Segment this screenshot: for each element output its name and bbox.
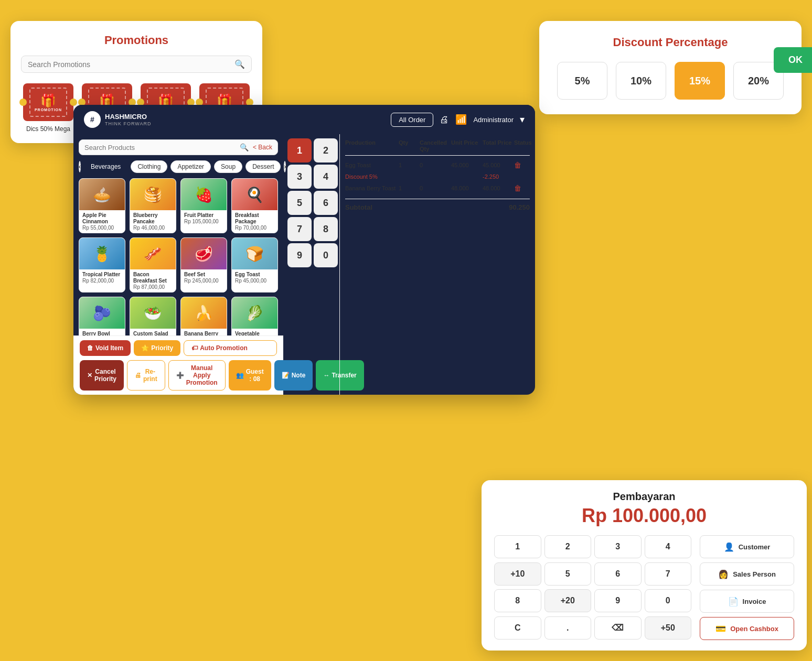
payment-action-sales-person[interactable]: 👩Sales Person bbox=[700, 562, 794, 586]
pos-header-right: All Order 🖨 📶 Administrator ▾ bbox=[391, 113, 525, 127]
payment-actions: 👤Customer👩Sales Person📄Invoice💳Open Cash… bbox=[700, 535, 794, 640]
promo-item[interactable]: 🎁 PROMOTION Dics 50% Mega bbox=[22, 83, 74, 133]
payment-key-0[interactable]: 0 bbox=[645, 589, 692, 612]
guest-button[interactable]: 👥 Guest : 08 bbox=[229, 360, 271, 391]
product-info: Blueberry Pancake Rp 46,000,00 bbox=[130, 210, 176, 233]
promotions-search-input[interactable] bbox=[28, 60, 234, 69]
product-item[interactable]: 🍌 Banana Berry Toast Rp 48,000,00 bbox=[180, 297, 227, 335]
payment-key-⌫[interactable]: ⌫ bbox=[594, 616, 642, 640]
all-order-button[interactable]: All Order bbox=[391, 113, 433, 127]
num-key-5[interactable]: 5 bbox=[287, 191, 312, 215]
payment-key-6[interactable]: 6 bbox=[594, 562, 642, 586]
product-item[interactable]: 🥓 Bacon Breakfast Set Rp 87,000,00 bbox=[130, 237, 176, 292]
product-search-input[interactable] bbox=[84, 144, 240, 151]
void-item-button[interactable]: 🗑 Void Item bbox=[80, 340, 131, 356]
wifi-icon: 📶 bbox=[455, 114, 467, 125]
product-name: Blueberry Pancake bbox=[133, 212, 173, 225]
product-item[interactable]: 🍞 Egg Toast Rp 45,000,00 bbox=[231, 237, 278, 292]
payment-action-open-cashbox[interactable]: 💳Open Cashbox bbox=[700, 617, 794, 640]
payment-key-9[interactable]: 9 bbox=[594, 589, 642, 612]
category-prev-arrow[interactable]: ‹ bbox=[79, 161, 81, 172]
num-key-9[interactable]: 9 bbox=[287, 243, 312, 267]
payment-key-3[interactable]: 3 bbox=[594, 535, 642, 558]
product-name: Berry Bowl bbox=[82, 331, 122, 335]
category-tab-dessert[interactable]: Dessert bbox=[245, 160, 281, 173]
back-link[interactable]: < Back bbox=[253, 144, 272, 151]
manual-apply-promotion-button[interactable]: ➕ Manual Apply Promotion bbox=[168, 360, 226, 391]
product-item[interactable]: 🍍 Tropical Platter Rp 82,000,00 bbox=[79, 237, 125, 292]
payment-numpad: 1234+105678+2090C.⌫+50 bbox=[494, 535, 691, 640]
payment-key-5[interactable]: 5 bbox=[544, 562, 592, 586]
num-key-3[interactable]: 3 bbox=[287, 165, 312, 189]
print-icon[interactable]: 🖨 bbox=[440, 114, 449, 125]
discount-option-15[interactable]: 15% bbox=[675, 62, 725, 100]
payment-key-8[interactable]: 8 bbox=[494, 589, 541, 612]
product-item[interactable]: 🍳 Breakfast Package Rp 70,000,00 bbox=[231, 178, 278, 233]
num-key-7[interactable]: 7 bbox=[287, 217, 312, 241]
category-tab-appetizer[interactable]: Appetizer bbox=[170, 160, 211, 173]
product-item[interactable]: 🥧 Apple Pie Cinnamon Rp 55,000,00 bbox=[79, 178, 125, 233]
product-info: Bacon Breakfast Set Rp 87,000,00 bbox=[130, 269, 176, 292]
payment-action-invoice[interactable]: 📄Invoice bbox=[700, 590, 794, 613]
num-key-4[interactable]: 4 bbox=[314, 165, 338, 189]
num-key-6[interactable]: 6 bbox=[314, 191, 338, 215]
product-image: 🍞 bbox=[232, 238, 277, 269]
delete-icon[interactable]: 🗑 bbox=[514, 161, 530, 169]
promotions-title: Promotions bbox=[21, 34, 252, 47]
category-tab-soup[interactable]: Soup bbox=[214, 160, 242, 173]
order-item-total: 48.000 bbox=[483, 185, 514, 191]
promotions-search-bar[interactable]: 🔍 bbox=[21, 56, 252, 73]
payment-key-dot[interactable]: . bbox=[544, 616, 592, 640]
product-item[interactable]: 🥗 Custom Salad Rp 57,000,00 bbox=[130, 297, 176, 335]
hashmicro-logo-icon: # bbox=[84, 111, 101, 128]
product-item[interactable]: 🥞 Blueberry Pancake Rp 46,000,00 bbox=[130, 178, 176, 233]
num-key-8[interactable]: 8 bbox=[314, 217, 338, 241]
payment-key-C[interactable]: C bbox=[494, 616, 541, 640]
product-info: Berry Bowl Rp 60,000,00 bbox=[79, 329, 125, 335]
priority-button[interactable]: ⭐ Priority bbox=[134, 340, 180, 356]
product-item[interactable]: 🥩 Beef Set Rp 245,000,00 bbox=[180, 237, 227, 292]
cancel-priority-button[interactable]: ✕ Cancel Priority bbox=[80, 360, 124, 391]
delete-icon[interactable]: 🗑 bbox=[514, 184, 530, 192]
order-row: Egg Toast 1 0 45.000 45.000 🗑 bbox=[345, 159, 530, 171]
payment-key-plus10[interactable]: +10 bbox=[494, 562, 541, 586]
pos-content: 🔍 < Back ‹ Beverages Clothing Appetizer … bbox=[73, 134, 535, 395]
product-name: Vegetable Salad bbox=[235, 331, 274, 335]
product-item[interactable]: 🍓 Fruit Platter Rp 105,000,00 bbox=[180, 178, 227, 233]
chevron-down-icon[interactable]: ▾ bbox=[520, 114, 525, 125]
payment-key-2[interactable]: 2 bbox=[544, 535, 592, 558]
product-item[interactable]: 🥬 Vegetable Salad Rp 46,000,00 bbox=[231, 297, 278, 335]
payment-key-plus50[interactable]: +50 bbox=[645, 616, 692, 640]
product-search-bar[interactable]: 🔍 < Back bbox=[79, 139, 278, 155]
sales-person-icon: 👩 bbox=[718, 569, 729, 579]
payment-action-customer[interactable]: 👤Customer bbox=[700, 535, 794, 558]
auto-promotion-button[interactable]: 🏷 Auto Promotion bbox=[184, 340, 277, 356]
payment-key-7[interactable]: 7 bbox=[645, 562, 692, 586]
admin-badge[interactable]: Administrator bbox=[473, 116, 514, 124]
category-tab-clothing[interactable]: Clothing bbox=[131, 160, 167, 173]
promo-ticket[interactable]: 🎁 PROMOTION bbox=[23, 83, 73, 121]
order-row: Banana Berry Toast 1 0 48.000 48.000 🗑 bbox=[345, 182, 530, 194]
product-info: Apple Pie Cinnamon Rp 55,000,00 bbox=[79, 210, 125, 233]
payment-amount: Rp 100.000,00 bbox=[494, 505, 794, 527]
category-tab-beverages[interactable]: Beverages bbox=[84, 160, 127, 173]
product-item[interactable]: 🫐 Berry Bowl Rp 60,000,00 bbox=[79, 297, 125, 335]
num-key-1[interactable]: 1 bbox=[287, 138, 312, 162]
order-item-qty: 1 bbox=[399, 162, 420, 168]
ok-button[interactable]: OK bbox=[774, 47, 812, 73]
subtotal-row: Subtotal 90.250 bbox=[345, 199, 530, 211]
subtotal-label: Subtotal bbox=[345, 203, 372, 211]
payment-key-1[interactable]: 1 bbox=[494, 535, 541, 558]
num-key-2[interactable]: 2 bbox=[314, 138, 338, 162]
product-info: Custom Salad Rp 57,000,00 bbox=[130, 329, 176, 335]
discount-options: 5%10%15%20% bbox=[552, 62, 789, 100]
payment-key-4[interactable]: 4 bbox=[645, 535, 692, 558]
reprint-button[interactable]: 🖨 Re-print bbox=[127, 360, 165, 391]
num-key-0[interactable]: 0 bbox=[314, 243, 338, 267]
product-name: Bacon Breakfast Set bbox=[133, 272, 173, 284]
discount-option-10[interactable]: 10% bbox=[616, 62, 666, 100]
product-name: Breakfast Package bbox=[235, 212, 274, 225]
payment-key-plus20[interactable]: +20 bbox=[544, 589, 592, 612]
discount-option-5[interactable]: 5% bbox=[557, 62, 607, 100]
col-unit-price: Unit Price bbox=[451, 139, 483, 152]
